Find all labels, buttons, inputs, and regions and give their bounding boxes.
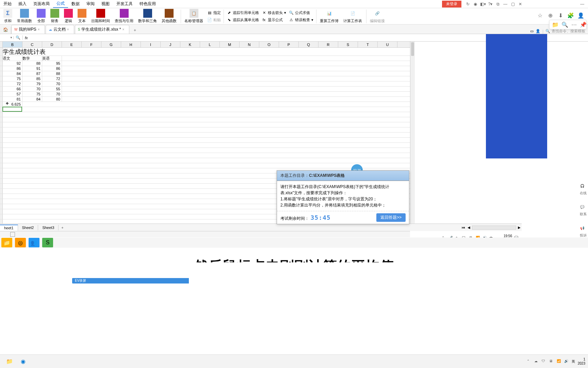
cell-average[interactable]: 6.625 [3, 102, 22, 107]
trace-precedents-button[interactable]: ⬈追踪引用单元格 [225, 10, 260, 16]
lookup-button[interactable]: 查找与引用 [113, 8, 135, 24]
cell-title[interactable]: 学生成绩统计表 [3, 48, 22, 56]
cell[interactable]: 80 [42, 97, 62, 102]
cell-header-chinese[interactable]: 语文 [3, 56, 22, 61]
status-mode-icon[interactable] [10, 232, 15, 237]
extensions-icon[interactable]: 🧩 [568, 12, 574, 18]
collections-icon[interactable]: ⊕ [547, 12, 553, 18]
col-header-n[interactable]: N [240, 42, 259, 47]
sheet-tab-1[interactable]: heet1 [0, 225, 18, 231]
col-header-c[interactable]: C [22, 42, 42, 47]
cell[interactable]: 86 [42, 66, 62, 71]
remove-arrows-button[interactable]: ✕移去箭头▾ [260, 10, 288, 16]
logical-button[interactable]: 逻辑 [62, 8, 75, 24]
cell-header-english[interactable]: 英语 [42, 56, 62, 61]
col-header-g[interactable]: G [101, 42, 121, 47]
person-icon[interactable]: 👤 [536, 29, 540, 33]
win-shield-icon[interactable]: 🛡 [542, 359, 546, 364]
all-functions-button[interactable]: 全部 [35, 8, 48, 24]
calc-workbook-button[interactable]: 📊 重算工作簿 [318, 8, 341, 24]
exam-header[interactable]: 本题工作目录：C:\EXAM\WPS表格 [277, 171, 409, 181]
sum-button[interactable]: Σ 求和 [1, 8, 14, 24]
horizontal-scrollbar[interactable] [472, 226, 516, 230]
ev-recording-badge[interactable]: EV录屏 [72, 278, 205, 283]
folder-icon[interactable]: 📁 [552, 21, 558, 28]
tab-add-button[interactable]: + [131, 27, 138, 34]
col-header-r[interactable]: R [318, 42, 338, 47]
cell[interactable]: 91 [22, 66, 42, 71]
tb-app2-icon[interactable]: 👥 [29, 238, 39, 247]
side-contact[interactable]: 💬联系 [580, 205, 587, 217]
help-icon[interactable]: ?▾ [488, 2, 493, 6]
name-manager-button[interactable]: 📋 名称管理器 [182, 8, 205, 24]
tab-my-wps[interactable]: W 我的WPS × [11, 25, 45, 34]
star-icon[interactable]: ☆ [537, 12, 543, 18]
sheet-nav-first[interactable]: ⏮ [461, 226, 466, 229]
circle-icon[interactable]: ◉ [473, 2, 478, 6]
more-icon[interactable]: ⋯ [571, 21, 577, 28]
scrollbar-thumb[interactable] [411, 42, 414, 56]
name-box[interactable]: ▼ [0, 36, 14, 39]
col-header-t[interactable]: T [358, 42, 378, 47]
cell[interactable]: 84 [3, 71, 22, 76]
exam-return-button[interactable]: 返回答题>> [376, 213, 406, 222]
col-header-j[interactable]: J [161, 42, 180, 47]
financial-button[interactable]: 财务 [48, 8, 61, 24]
col-header-e[interactable]: E [62, 42, 82, 47]
col-header-u[interactable]: U [378, 42, 397, 47]
theme-icon[interactable]: ◧▾ [480, 2, 485, 6]
cell[interactable]: 70 [42, 92, 62, 96]
cell[interactable]: 75 [22, 92, 42, 96]
tab-close-2[interactable]: × [122, 28, 126, 32]
minimize-icon[interactable]: — [503, 2, 508, 6]
cell[interactable]: 70 [42, 81, 62, 86]
sheet-nav-next[interactable]: ▶ [517, 226, 522, 229]
show-formulas-button[interactable]: fx显示公式 [260, 17, 288, 23]
overlay-icon[interactable]: ⧉ [495, 2, 500, 6]
menu-formulas[interactable]: 公式 [53, 0, 68, 8]
win-ime[interactable]: 英 [572, 359, 575, 364]
menu-special[interactable]: 特色应用 [136, 0, 159, 8]
math-trig-button[interactable]: 数学和三角 [136, 8, 159, 24]
cell-header-math[interactable]: 数学 [22, 56, 42, 61]
tb-folder-icon[interactable]: 📁 [1, 238, 12, 247]
menu-page-layout[interactable]: 页面布局 [30, 0, 53, 8]
vertical-scrollbar[interactable] [410, 42, 415, 224]
cell[interactable]: 88 [42, 71, 62, 76]
tab-close-0[interactable]: × [38, 28, 42, 32]
error-checking-button[interactable]: ⚠错误检查▾ [288, 17, 315, 23]
side-complaint[interactable]: 📢投诉 [580, 226, 587, 238]
command-search[interactable]: 🔍 查找命令、搜索模板 [545, 29, 585, 34]
browser-minimize-icon[interactable]: — [580, 2, 585, 6]
close-icon[interactable]: ✕ [518, 2, 523, 6]
cell[interactable]: 55 [42, 87, 62, 91]
cell[interactable]: 57 [3, 92, 22, 96]
col-header-f[interactable]: F [82, 42, 101, 47]
col-header-l[interactable]: L [200, 42, 220, 47]
cell[interactable]: 70 [22, 87, 42, 91]
search2-icon[interactable]: 🔍 [562, 21, 568, 28]
col-header-m[interactable]: M [220, 42, 240, 47]
cell[interactable]: 92 [3, 61, 22, 66]
add-sheet-button[interactable]: + [59, 226, 66, 230]
maximize-icon[interactable]: ▢ [510, 2, 515, 6]
win-explorer-icon[interactable]: 📁 [4, 357, 15, 366]
ev-dot-1[interactable] [191, 279, 194, 282]
col-header-k[interactable]: K [180, 42, 200, 47]
menu-insert[interactable]: 插入 [15, 0, 30, 8]
name-box-dropdown-icon[interactable]: ▼ [10, 36, 13, 39]
sync-icon[interactable]: ↻ [466, 2, 470, 6]
win-onedrive-icon[interactable]: ☁ [534, 359, 539, 364]
tab-workbook[interactable]: S 学生成绩统计表.xlsx * × [75, 25, 130, 34]
cell[interactable]: 86 [3, 66, 22, 71]
col-header-p[interactable]: P [279, 42, 299, 47]
select-all-corner[interactable] [0, 42, 3, 47]
pin-icon[interactable]: 📌 [580, 21, 586, 28]
col-header-s[interactable]: S [338, 42, 358, 47]
tab-cloud-docs[interactable]: ☁ 云文档 × [46, 25, 74, 34]
sheet-tab-2[interactable]: Sheet2 [18, 225, 38, 230]
tab-close-1[interactable]: × [67, 28, 71, 32]
col-header-q[interactable]: Q [299, 42, 318, 47]
cell[interactable]: 88 [22, 61, 42, 66]
win-screen-icon[interactable]: 🖥 [549, 359, 554, 364]
